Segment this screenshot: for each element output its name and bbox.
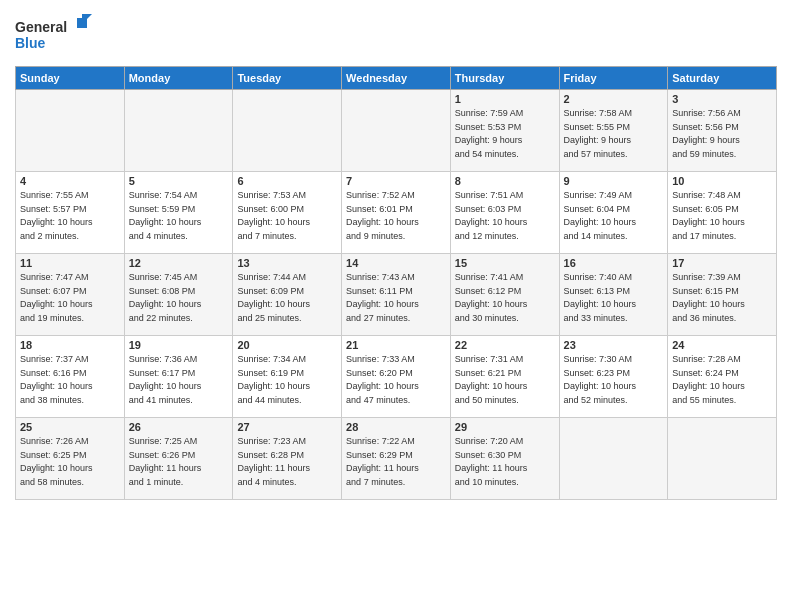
day-info: Sunrise: 7:20 AM Sunset: 6:30 PM Dayligh… bbox=[455, 435, 555, 489]
weekday-header: Saturday bbox=[668, 67, 777, 90]
day-number: 21 bbox=[346, 339, 446, 351]
day-info: Sunrise: 7:23 AM Sunset: 6:28 PM Dayligh… bbox=[237, 435, 337, 489]
day-info: Sunrise: 7:28 AM Sunset: 6:24 PM Dayligh… bbox=[672, 353, 772, 407]
day-info: Sunrise: 7:39 AM Sunset: 6:15 PM Dayligh… bbox=[672, 271, 772, 325]
day-number: 19 bbox=[129, 339, 229, 351]
day-info: Sunrise: 7:26 AM Sunset: 6:25 PM Dayligh… bbox=[20, 435, 120, 489]
day-number: 22 bbox=[455, 339, 555, 351]
day-info: Sunrise: 7:25 AM Sunset: 6:26 PM Dayligh… bbox=[129, 435, 229, 489]
calendar-cell: 16Sunrise: 7:40 AM Sunset: 6:13 PM Dayli… bbox=[559, 254, 668, 336]
calendar-cell bbox=[559, 418, 668, 500]
calendar-cell bbox=[342, 90, 451, 172]
day-number: 4 bbox=[20, 175, 120, 187]
day-info: Sunrise: 7:34 AM Sunset: 6:19 PM Dayligh… bbox=[237, 353, 337, 407]
day-info: Sunrise: 7:49 AM Sunset: 6:04 PM Dayligh… bbox=[564, 189, 664, 243]
calendar-cell: 25Sunrise: 7:26 AM Sunset: 6:25 PM Dayli… bbox=[16, 418, 125, 500]
day-info: Sunrise: 7:37 AM Sunset: 6:16 PM Dayligh… bbox=[20, 353, 120, 407]
weekday-header: Friday bbox=[559, 67, 668, 90]
day-number: 12 bbox=[129, 257, 229, 269]
svg-text:General: General bbox=[15, 19, 67, 35]
calendar-cell: 5Sunrise: 7:54 AM Sunset: 5:59 PM Daylig… bbox=[124, 172, 233, 254]
calendar-cell: 2Sunrise: 7:58 AM Sunset: 5:55 PM Daylig… bbox=[559, 90, 668, 172]
day-info: Sunrise: 7:53 AM Sunset: 6:00 PM Dayligh… bbox=[237, 189, 337, 243]
calendar-cell: 12Sunrise: 7:45 AM Sunset: 6:08 PM Dayli… bbox=[124, 254, 233, 336]
calendar-week: 18Sunrise: 7:37 AM Sunset: 6:16 PM Dayli… bbox=[16, 336, 777, 418]
calendar-cell: 13Sunrise: 7:44 AM Sunset: 6:09 PM Dayli… bbox=[233, 254, 342, 336]
day-number: 15 bbox=[455, 257, 555, 269]
day-number: 8 bbox=[455, 175, 555, 187]
day-number: 18 bbox=[20, 339, 120, 351]
calendar-cell: 7Sunrise: 7:52 AM Sunset: 6:01 PM Daylig… bbox=[342, 172, 451, 254]
day-info: Sunrise: 7:40 AM Sunset: 6:13 PM Dayligh… bbox=[564, 271, 664, 325]
day-info: Sunrise: 7:48 AM Sunset: 6:05 PM Dayligh… bbox=[672, 189, 772, 243]
day-info: Sunrise: 7:44 AM Sunset: 6:09 PM Dayligh… bbox=[237, 271, 337, 325]
calendar-cell: 27Sunrise: 7:23 AM Sunset: 6:28 PM Dayli… bbox=[233, 418, 342, 500]
day-number: 6 bbox=[237, 175, 337, 187]
calendar-cell: 29Sunrise: 7:20 AM Sunset: 6:30 PM Dayli… bbox=[450, 418, 559, 500]
day-number: 17 bbox=[672, 257, 772, 269]
calendar-cell bbox=[16, 90, 125, 172]
day-number: 24 bbox=[672, 339, 772, 351]
calendar-cell: 21Sunrise: 7:33 AM Sunset: 6:20 PM Dayli… bbox=[342, 336, 451, 418]
calendar-cell: 28Sunrise: 7:22 AM Sunset: 6:29 PM Dayli… bbox=[342, 418, 451, 500]
svg-text:Blue: Blue bbox=[15, 35, 46, 51]
day-number: 5 bbox=[129, 175, 229, 187]
day-info: Sunrise: 7:33 AM Sunset: 6:20 PM Dayligh… bbox=[346, 353, 446, 407]
day-info: Sunrise: 7:45 AM Sunset: 6:08 PM Dayligh… bbox=[129, 271, 229, 325]
weekday-header: Monday bbox=[124, 67, 233, 90]
day-info: Sunrise: 7:51 AM Sunset: 6:03 PM Dayligh… bbox=[455, 189, 555, 243]
calendar-cell: 1Sunrise: 7:59 AM Sunset: 5:53 PM Daylig… bbox=[450, 90, 559, 172]
header: General Blue bbox=[15, 10, 777, 58]
calendar-cell: 23Sunrise: 7:30 AM Sunset: 6:23 PM Dayli… bbox=[559, 336, 668, 418]
calendar-cell: 19Sunrise: 7:36 AM Sunset: 6:17 PM Dayli… bbox=[124, 336, 233, 418]
calendar-cell: 17Sunrise: 7:39 AM Sunset: 6:15 PM Dayli… bbox=[668, 254, 777, 336]
calendar-cell: 3Sunrise: 7:56 AM Sunset: 5:56 PM Daylig… bbox=[668, 90, 777, 172]
weekday-header: Thursday bbox=[450, 67, 559, 90]
weekday-header: Tuesday bbox=[233, 67, 342, 90]
day-number: 26 bbox=[129, 421, 229, 433]
calendar-cell: 11Sunrise: 7:47 AM Sunset: 6:07 PM Dayli… bbox=[16, 254, 125, 336]
calendar-cell: 14Sunrise: 7:43 AM Sunset: 6:11 PM Dayli… bbox=[342, 254, 451, 336]
logo: General Blue bbox=[15, 14, 95, 58]
day-info: Sunrise: 7:55 AM Sunset: 5:57 PM Dayligh… bbox=[20, 189, 120, 243]
calendar-cell bbox=[233, 90, 342, 172]
weekday-header: Sunday bbox=[16, 67, 125, 90]
day-number: 23 bbox=[564, 339, 664, 351]
day-number: 27 bbox=[237, 421, 337, 433]
day-number: 1 bbox=[455, 93, 555, 105]
calendar-cell: 18Sunrise: 7:37 AM Sunset: 6:16 PM Dayli… bbox=[16, 336, 125, 418]
day-number: 28 bbox=[346, 421, 446, 433]
day-info: Sunrise: 7:41 AM Sunset: 6:12 PM Dayligh… bbox=[455, 271, 555, 325]
calendar-cell: 6Sunrise: 7:53 AM Sunset: 6:00 PM Daylig… bbox=[233, 172, 342, 254]
day-info: Sunrise: 7:36 AM Sunset: 6:17 PM Dayligh… bbox=[129, 353, 229, 407]
calendar-cell: 15Sunrise: 7:41 AM Sunset: 6:12 PM Dayli… bbox=[450, 254, 559, 336]
calendar-week: 1Sunrise: 7:59 AM Sunset: 5:53 PM Daylig… bbox=[16, 90, 777, 172]
day-number: 3 bbox=[672, 93, 772, 105]
day-number: 2 bbox=[564, 93, 664, 105]
day-number: 11 bbox=[20, 257, 120, 269]
day-number: 25 bbox=[20, 421, 120, 433]
day-number: 9 bbox=[564, 175, 664, 187]
calendar-cell: 9Sunrise: 7:49 AM Sunset: 6:04 PM Daylig… bbox=[559, 172, 668, 254]
calendar-cell: 10Sunrise: 7:48 AM Sunset: 6:05 PM Dayli… bbox=[668, 172, 777, 254]
day-number: 20 bbox=[237, 339, 337, 351]
day-info: Sunrise: 7:30 AM Sunset: 6:23 PM Dayligh… bbox=[564, 353, 664, 407]
calendar-cell: 22Sunrise: 7:31 AM Sunset: 6:21 PM Dayli… bbox=[450, 336, 559, 418]
day-number: 16 bbox=[564, 257, 664, 269]
calendar-page: General Blue SundayMondayTuesdayWednesda… bbox=[0, 0, 792, 612]
day-info: Sunrise: 7:52 AM Sunset: 6:01 PM Dayligh… bbox=[346, 189, 446, 243]
calendar-cell bbox=[124, 90, 233, 172]
calendar-cell: 24Sunrise: 7:28 AM Sunset: 6:24 PM Dayli… bbox=[668, 336, 777, 418]
header-row: SundayMondayTuesdayWednesdayThursdayFrid… bbox=[16, 67, 777, 90]
day-info: Sunrise: 7:56 AM Sunset: 5:56 PM Dayligh… bbox=[672, 107, 772, 161]
day-number: 10 bbox=[672, 175, 772, 187]
day-info: Sunrise: 7:47 AM Sunset: 6:07 PM Dayligh… bbox=[20, 271, 120, 325]
calendar-week: 4Sunrise: 7:55 AM Sunset: 5:57 PM Daylig… bbox=[16, 172, 777, 254]
day-info: Sunrise: 7:43 AM Sunset: 6:11 PM Dayligh… bbox=[346, 271, 446, 325]
day-info: Sunrise: 7:58 AM Sunset: 5:55 PM Dayligh… bbox=[564, 107, 664, 161]
calendar-table: SundayMondayTuesdayWednesdayThursdayFrid… bbox=[15, 66, 777, 500]
logo-text: General Blue bbox=[15, 14, 95, 58]
calendar-week: 11Sunrise: 7:47 AM Sunset: 6:07 PM Dayli… bbox=[16, 254, 777, 336]
day-number: 13 bbox=[237, 257, 337, 269]
calendar-cell: 4Sunrise: 7:55 AM Sunset: 5:57 PM Daylig… bbox=[16, 172, 125, 254]
